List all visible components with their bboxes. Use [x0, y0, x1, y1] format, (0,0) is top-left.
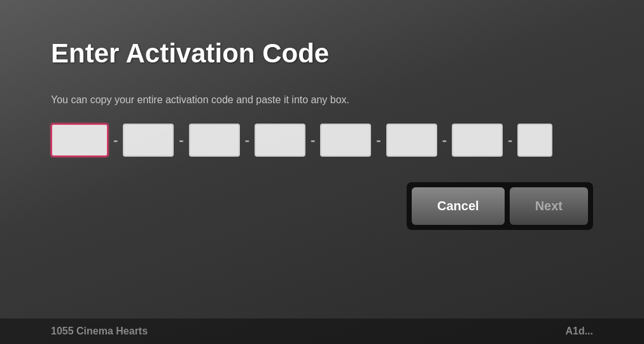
code-input-1[interactable]: [51, 124, 108, 157]
activation-dialog: Enter Activation Code You can copy your …: [51, 38, 593, 293]
code-input-4[interactable]: [255, 124, 305, 157]
separator-3: -: [240, 132, 255, 148]
separator-7: -: [503, 132, 517, 148]
segment-4: [255, 124, 305, 157]
separator-6: -: [437, 132, 452, 148]
code-input-5[interactable]: [320, 124, 371, 157]
segment-1: [51, 124, 108, 157]
code-input-8[interactable]: [517, 124, 552, 157]
code-input-3[interactable]: [189, 124, 240, 157]
segment-7: [452, 124, 503, 157]
bottom-right-text: A1d...: [565, 326, 593, 337]
separator-2: -: [174, 132, 188, 148]
dialog-subtitle: You can copy your entire activation code…: [51, 94, 593, 106]
segment-5: [320, 124, 371, 157]
separator-1: -: [108, 132, 123, 148]
code-input-6[interactable]: [386, 124, 437, 157]
bottom-left-text: 1055 Cinema Hearts: [51, 326, 148, 337]
code-input-2[interactable]: [123, 124, 174, 157]
segment-6: [386, 124, 437, 157]
button-container: Cancel Next: [407, 182, 593, 230]
bottom-bar: 1055 Cinema Hearts A1d...: [0, 319, 644, 344]
separator-4: -: [305, 132, 320, 148]
button-row: Cancel Next: [51, 182, 593, 230]
segment-2: [123, 124, 174, 157]
next-button[interactable]: Next: [510, 187, 588, 225]
code-inputs-row: - - - - - - -: [51, 124, 593, 157]
code-input-7[interactable]: [452, 124, 503, 157]
segment-8: [517, 124, 552, 157]
dialog-title: Enter Activation Code: [51, 38, 593, 69]
segment-3: [189, 124, 240, 157]
cancel-button[interactable]: Cancel: [412, 187, 505, 225]
separator-5: -: [371, 132, 386, 148]
